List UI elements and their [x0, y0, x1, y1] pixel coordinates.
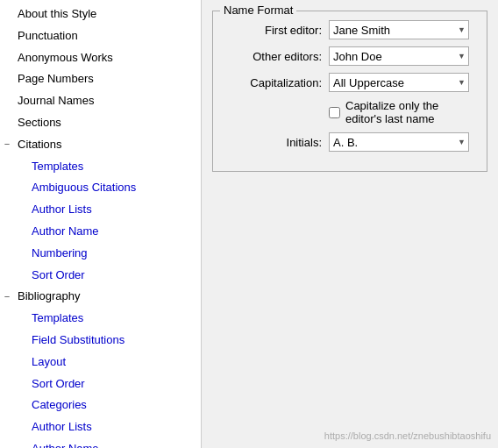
tree-item-categories[interactable]: Categories: [0, 395, 201, 416]
tree-item-bib-author-name[interactable]: Author Name: [0, 438, 201, 448]
tree-label-sections: Sections: [18, 114, 61, 132]
expander-citations[interactable]: −: [0, 137, 14, 153]
tree-item-numbering[interactable]: Numbering: [0, 243, 201, 265]
tree-label-numbering: Numbering: [32, 245, 88, 263]
tree-label-anonymous-works: Anonymous Works: [18, 49, 113, 68]
first-editor-select[interactable]: Jane Smith Smith, Jane J. Smith Smith, J…: [329, 20, 469, 39]
right-panel-container: Name Format First editor: Jane Smith Smi…: [202, 0, 498, 448]
tree-item-punctuation[interactable]: Punctuation: [0, 25, 201, 47]
name-format-group: Name Format First editor: Jane Smith Smi…: [212, 11, 487, 172]
tree-label-citations-author-name: Author Name: [32, 223, 99, 241]
tree-item-citations-templates[interactable]: Templates: [0, 156, 201, 178]
tree-label-bib-author-lists: Author Lists: [32, 418, 92, 437]
tree-label-bib-author-name: Author Name: [32, 440, 99, 448]
tree-item-sections[interactable]: Sections: [0, 112, 201, 134]
other-editors-label: Other editors:: [225, 50, 322, 63]
tree-item-bibliography[interactable]: −Bibliography: [0, 286, 201, 308]
tree-label-citations-author-lists: Author Lists: [32, 201, 92, 219]
tree-label-layout: Layout: [32, 353, 66, 372]
other-editors-row: Other editors: John Doe Doe, John J. Doe…: [225, 46, 474, 66]
initials-select[interactable]: A. B. A.B. A AB: [329, 132, 469, 152]
tree-item-anonymous-works[interactable]: Anonymous Works: [0, 47, 201, 69]
capitalize-last-name-label: Capitalize only the editor's last name: [345, 99, 474, 125]
tree-item-citations-author-lists[interactable]: Author Lists: [0, 199, 201, 221]
tree-label-punctuation: Punctuation: [18, 27, 78, 46]
tree-label-sort-order-cit: Sort Order: [32, 267, 85, 285]
tree-label-journal-names: Journal Names: [18, 92, 94, 110]
watermark: https://blog.csdn.net/znebushibtaoshifu: [324, 430, 491, 441]
right-panel: Name Format First editor: Jane Smith Smi…: [202, 0, 498, 448]
first-editor-select-wrapper: Jane Smith Smith, Jane J. Smith Smith, J…: [329, 20, 469, 39]
tree-item-layout[interactable]: Layout: [0, 352, 201, 373]
other-editors-select-wrapper: John Doe Doe, John J. Doe Doe, J.: [329, 46, 469, 66]
initials-row: Initials: A. B. A.B. A AB: [225, 132, 474, 152]
initials-label: Initials:: [225, 136, 322, 149]
tree-item-sort-order-cit[interactable]: Sort Order: [0, 265, 201, 287]
capitalize-checkbox-row: Capitalize only the editor's last name: [329, 99, 474, 125]
tree-item-bib-author-lists[interactable]: Author Lists: [0, 416, 201, 438]
capitalize-last-name-checkbox[interactable]: [329, 107, 340, 118]
tree-label-bibliography: Bibliography: [18, 288, 81, 306]
tree-item-bib-templates[interactable]: Templates: [0, 308, 201, 330]
tree-panel: About this StylePunctuationAnonymous Wor…: [0, 0, 202, 448]
tree-item-journal-names[interactable]: Journal Names: [0, 90, 201, 112]
tree-item-citations[interactable]: −Citations: [0, 134, 201, 156]
tree-label-bib-templates: Templates: [32, 309, 83, 328]
capitalization-label: Capitalization:: [225, 76, 322, 89]
tree-item-sort-order-bib[interactable]: Sort Order: [0, 373, 201, 395]
tree-label-page-numbers: Page Numbers: [18, 70, 94, 89]
tree-item-page-numbers[interactable]: Page Numbers: [0, 68, 201, 90]
tree-label-sort-order-bib: Sort Order: [32, 375, 85, 394]
tree-label-citations: Citations: [18, 136, 62, 154]
tree-item-ambiguous-citations[interactable]: Ambiguous Citations: [0, 177, 201, 199]
initials-select-wrapper: A. B. A.B. A AB: [329, 132, 469, 152]
capitalization-select[interactable]: All Uppercase Normal All Lowercase Small…: [329, 73, 469, 92]
group-title: Name Format: [220, 4, 296, 17]
tree-label-field-substitutions: Field Substitutions: [32, 331, 125, 350]
tree-label-about-style: About this Style: [18, 5, 96, 24]
tree-label-categories: Categories: [32, 396, 87, 415]
first-editor-label: First editor:: [225, 24, 322, 37]
tree-label-ambiguous-citations: Ambiguous Citations: [32, 179, 136, 197]
first-editor-row: First editor: Jane Smith Smith, Jane J. …: [225, 20, 474, 39]
capitalization-select-wrapper: All Uppercase Normal All Lowercase Small…: [329, 73, 469, 92]
tree-label-citations-templates: Templates: [32, 158, 83, 176]
expander-bibliography[interactable]: −: [0, 289, 14, 305]
capitalization-row: Capitalization: All Uppercase Normal All…: [225, 73, 474, 92]
tree-item-field-substitutions[interactable]: Field Substitutions: [0, 330, 201, 352]
tree-item-citations-author-name[interactable]: Author Name: [0, 221, 201, 243]
tree-item-about-style[interactable]: About this Style: [0, 4, 201, 25]
other-editors-select[interactable]: John Doe Doe, John J. Doe Doe, J.: [329, 46, 469, 66]
